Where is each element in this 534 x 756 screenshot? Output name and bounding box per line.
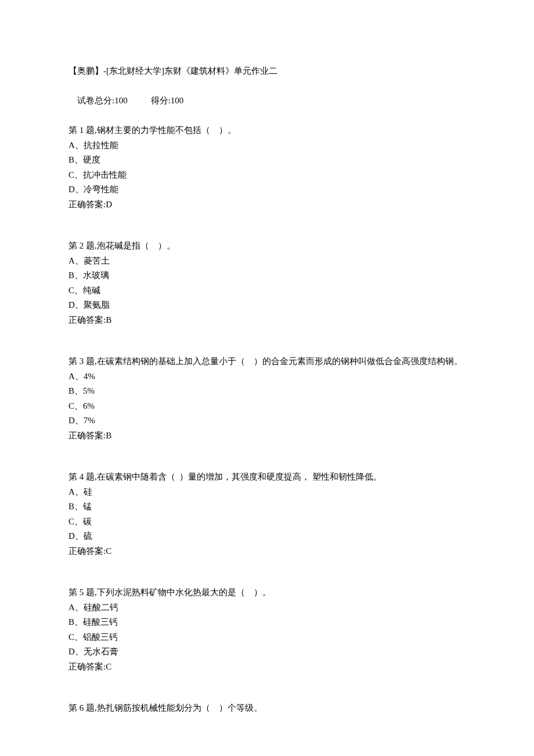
answer-label: 正确答案: (68, 315, 106, 325)
question-option: B、水玻璃 (68, 268, 466, 283)
question-option: D、7% (68, 413, 466, 429)
question-option: C、铝酸三钙 (68, 630, 466, 645)
question-option: D、冷弯性能 (68, 182, 466, 197)
question-prompt: 第 1 题,钢材主要的力学性能不包括（ ）。 (68, 123, 466, 138)
score-label: 得分: (151, 96, 171, 105)
score-value: 100 (171, 96, 184, 105)
score-line: 试卷总分:100得分:100 (68, 79, 466, 124)
answer-value: B (106, 431, 111, 440)
question-option: A、4% (68, 369, 466, 384)
question-option: B、硅酸三钙 (68, 615, 466, 630)
answer-line: 正确答案:D (68, 197, 466, 213)
question-block: 第 1 题,钢材主要的力学性能不包括（ ）。 A、抗拉性能 B、硬度 C、抗冲击… (68, 123, 466, 212)
question-block: 第 4 题,在碳素钢中随着含（ ）量的增加，其强度和硬度提高， 塑性和韧性降低。… (68, 470, 466, 559)
question-option: B、锰 (68, 499, 466, 514)
total-score-value: 100 (114, 96, 128, 105)
answer-label: 正确答案: (68, 546, 106, 556)
question-block: 第 3 题,在碳素结构钢的基础上加入总量小于（ ）的合金元素而形成的钢种叫做低合… (68, 354, 466, 443)
document-title: 【奥鹏】-[东北财经大学]东财《建筑材料》单元作业二 (68, 64, 466, 79)
question-option: C、抗冲击性能 (68, 168, 466, 183)
question-option: C、碳 (68, 514, 466, 530)
answer-line: 正确答案:C (68, 660, 466, 675)
question-option: C、6% (68, 399, 466, 414)
question-prompt: 第 4 题,在碳素钢中随着含（ ）量的增加，其强度和硬度提高， 塑性和韧性降低。 (68, 470, 466, 485)
answer-value: C (106, 662, 111, 671)
answer-line: 正确答案:B (68, 313, 466, 328)
answer-label: 正确答案: (68, 431, 106, 440)
question-block: 第 5 题,下列水泥熟料矿物中水化热最大的是（ ）。 A、硅酸二钙 B、硅酸三钙… (68, 585, 466, 674)
question-block: 第 2 题,泡花碱是指（ ）。 A、菱苦土 B、水玻璃 C、纯碱 D、聚氨脂 正… (68, 239, 466, 327)
question-option: A、硅 (68, 485, 466, 500)
answer-label: 正确答案: (68, 200, 106, 209)
question-option: A、菱苦土 (68, 254, 466, 269)
total-score-label: 试卷总分: (77, 96, 114, 105)
question-option: B、5% (68, 384, 466, 399)
question-prompt: 第 6 题,热扎钢筋按机械性能划分为（ ）个等级。 (68, 701, 466, 716)
question-prompt: 第 3 题,在碳素结构钢的基础上加入总量小于（ ）的合金元素而形成的钢种叫做低合… (68, 354, 466, 369)
question-option: A、抗拉性能 (68, 138, 466, 153)
question-prompt: 第 2 题,泡花碱是指（ ）。 (68, 239, 466, 254)
answer-line: 正确答案:C (68, 544, 466, 559)
answer-value: B (106, 315, 111, 325)
answer-label: 正确答案: (68, 662, 106, 671)
question-option: D、聚氨脂 (68, 298, 466, 313)
question-option: D、硫 (68, 529, 466, 544)
answer-value: C (106, 546, 111, 556)
question-prompt: 第 5 题,下列水泥熟料矿物中水化热最大的是（ ）。 (68, 585, 466, 600)
question-option: A、硅酸二钙 (68, 600, 466, 615)
question-option: D、无水石膏 (68, 645, 466, 660)
question-option: B、硬度 (68, 153, 466, 168)
question-block: 第 6 题,热扎钢筋按机械性能划分为（ ）个等级。 (68, 701, 466, 716)
answer-value: D (106, 200, 112, 209)
answer-line: 正确答案:B (68, 429, 466, 444)
document-page: 【奥鹏】-[东北财经大学]东财《建筑材料》单元作业二 试卷总分:100得分:10… (0, 0, 534, 756)
question-option: C、纯碱 (68, 283, 466, 298)
